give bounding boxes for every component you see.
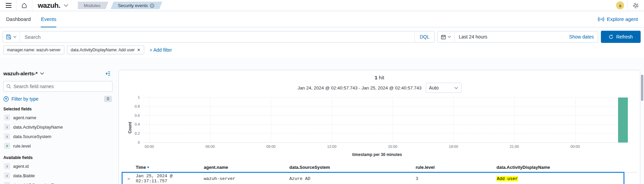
show-dates-button[interactable]: Show dates — [565, 34, 598, 40]
column-header-rule-level[interactable]: rule.level — [416, 165, 496, 170]
table-cell: Jan 25, 2024 @ 02:37:11.757 — [136, 174, 204, 184]
filter-pill-manager-name[interactable]: manager.name: wazuh-server — [3, 46, 64, 54]
interval-select[interactable]: Auto — [426, 83, 461, 93]
x-tick-label: 00:00 — [571, 144, 580, 149]
menu-icon[interactable] — [4, 1, 13, 10]
field-type-badge: t — [4, 114, 10, 121]
breadcrumb-label: Security events — [118, 3, 148, 8]
field-search-box — [3, 81, 112, 92]
info-icon — [150, 3, 154, 8]
help-icon[interactable] — [631, 1, 640, 10]
tab-events[interactable]: Events — [41, 11, 56, 27]
search-box: DQL — [3, 31, 434, 43]
filter-bar: manager.name: wazuh-server data.Activity… — [0, 45, 644, 58]
breadcrumb-modules[interactable]: Modules — [78, 2, 108, 9]
v-gridline — [393, 98, 393, 142]
hits-count: 1 hit — [122, 70, 637, 80]
v-gridline — [210, 98, 211, 142]
search-input[interactable] — [20, 34, 415, 40]
field-name: agent.id — [13, 164, 29, 169]
save-query-button[interactable] — [3, 31, 20, 42]
field-item[interactable]: tagent.id — [3, 161, 112, 171]
filter-by-type-label: Filter by type — [11, 96, 38, 102]
field-item[interactable]: tagent.name — [3, 113, 112, 122]
column-label: rule.level — [416, 165, 434, 170]
filter-pill-label: data.ActivityDisplayName: Add user — [71, 48, 135, 52]
add-filter-button[interactable]: + Add filter — [150, 47, 172, 53]
field-type-badge: # — [4, 143, 10, 149]
column-header-data-activitydisplayname[interactable]: data.ActivityDisplayName — [496, 165, 637, 170]
explore-agent-link[interactable]: Explore agent — [598, 11, 638, 27]
quick-select-button[interactable] — [438, 31, 455, 42]
y-tick-label: 0.4 — [135, 122, 140, 126]
field-item[interactable]: tdata.ActivityDisplayName — [3, 122, 112, 132]
avatar-initial: a — [619, 3, 621, 8]
h-gridline — [142, 124, 629, 125]
y-tick-label: 0.2 — [135, 131, 140, 135]
filter-pill-activity-display-name[interactable]: data.ActivityDisplayName: Add user ✕ — [67, 46, 144, 54]
wazuh-logo[interactable]: wazuh. — [38, 1, 60, 9]
close-icon[interactable]: ✕ — [137, 48, 140, 52]
field-name: agent.name — [13, 115, 36, 120]
field-item[interactable]: tdata.$table — [3, 171, 112, 180]
filter-by-type-button[interactable]: Filter by type 0 — [3, 96, 112, 102]
chevron-down-icon[interactable] — [62, 1, 70, 10]
breadcrumb-security-events[interactable]: Security events — [110, 2, 162, 9]
column-label: agent.name — [204, 165, 228, 170]
expand-row-button[interactable]: > — [122, 176, 136, 181]
v-gridline — [271, 98, 271, 142]
y-tick-label: 0 — [138, 140, 140, 144]
divider — [16, 0, 17, 11]
x-tick-label: 06:00 — [205, 144, 215, 149]
y-tick-label: 1 — [138, 95, 140, 99]
column-header-data-sourcesystem[interactable]: data.SourceSystem — [289, 165, 416, 170]
breadcrumb: Modules Security events — [78, 2, 162, 9]
search-icon — [6, 84, 11, 89]
home-icon[interactable] — [20, 1, 29, 10]
field-type-badge: t — [4, 163, 10, 169]
refresh-button[interactable]: Refresh — [601, 31, 641, 43]
table-header-row: Time▾agent.namedata.SourceSystemrule.lev… — [122, 162, 637, 173]
explore-agent-label: Explore agent — [607, 16, 638, 22]
field-type-badge: t — [4, 124, 10, 130]
scrollbar[interactable] — [641, 75, 643, 101]
tab-label: Dashboard — [6, 16, 31, 22]
field-item[interactable]: tdata.SourceSystem — [3, 132, 112, 141]
index-pattern-selector[interactable]: wazuh-alerts-* — [3, 71, 44, 76]
x-tick-label: 03:00 — [144, 144, 154, 149]
tab-label: Events — [41, 16, 56, 22]
avatar[interactable]: a — [616, 1, 624, 9]
hits-time-range: Jan 24, 2024 @ 02:40:57.743 - Jan 25, 20… — [297, 85, 421, 90]
date-picker: Last 24 hours Show dates — [437, 31, 598, 43]
broadcast-antenna-icon — [598, 17, 604, 22]
time-range-value[interactable]: Last 24 hours — [455, 34, 565, 40]
chevron-down-icon — [448, 36, 451, 38]
field-search-input[interactable] — [13, 84, 109, 89]
collapse-sidebar-icon[interactable] — [105, 71, 110, 76]
breadcrumb-label: Modules — [84, 3, 100, 8]
module-tab-bar: Dashboard Events Explore agent — [0, 11, 644, 27]
filter-count-badge: 0 — [104, 96, 112, 102]
h-gridline — [142, 106, 629, 107]
filter-icon — [3, 96, 9, 102]
h-gridline — [142, 133, 629, 133]
field-item[interactable]: tdata.AADOperationType — [3, 180, 112, 184]
filter-pill-label: manager.name: wazuh-server — [7, 48, 61, 52]
add-filter-label: + Add filter — [150, 47, 172, 53]
v-gridline — [514, 98, 515, 142]
interval-value: Auto — [429, 85, 439, 90]
x-tick-label: 09:00 — [266, 144, 276, 149]
field-type-badge: t — [4, 182, 10, 184]
show-dates-label: Show dates — [569, 34, 594, 40]
y-tick-label: 0.6 — [135, 113, 140, 117]
tab-dashboard[interactable]: Dashboard — [6, 11, 31, 27]
column-header-time[interactable]: Time▾ — [136, 165, 204, 170]
chart-x-axis: 03:0006:0009:0012:0015:0018:0021:0000:00 — [142, 143, 629, 150]
field-item[interactable]: #rule.level — [3, 141, 112, 151]
column-header-agent-name[interactable]: agent.name — [204, 165, 289, 170]
top-navigation-bar: wazuh. Modules Security events a — [0, 0, 644, 11]
histogram-bar[interactable] — [618, 98, 628, 142]
wazuh-logo-text: wazuh. — [38, 1, 60, 9]
query-language-button[interactable]: DQL — [415, 31, 434, 42]
table-row[interactable]: >Jan 25, 2024 @ 02:37:11.757wazuh-server… — [122, 173, 637, 184]
